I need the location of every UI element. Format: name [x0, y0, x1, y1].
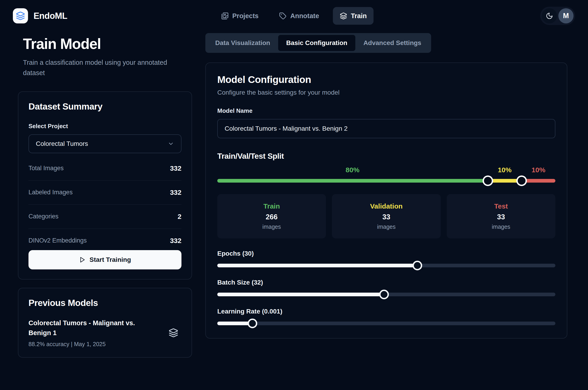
validation-unit: images	[334, 224, 438, 230]
project-select-value: Colorectal Tumors	[36, 140, 88, 147]
left-column: Train Model Train a classification model…	[18, 33, 192, 358]
app-logo	[13, 8, 28, 23]
learning-rate-slider-group: Learning Rate (0.001)	[217, 308, 555, 325]
learning-rate-slider-handle[interactable]	[247, 319, 257, 328]
moon-icon	[546, 12, 553, 19]
batch-size-slider-fill	[217, 292, 384, 296]
train-segment	[217, 179, 488, 183]
split-percent-labels: 80% 10% 10%	[217, 166, 555, 177]
right-column: Data Visualization Basic Configuration A…	[205, 33, 567, 339]
learning-rate-slider[interactable]	[217, 322, 555, 325]
page: EndoML Projects Annotate Train M	[0, 0, 588, 390]
epochs-label: Epochs (30)	[217, 250, 555, 257]
model-config-card: Model Configuration Configure the basic …	[205, 62, 567, 339]
previous-models-title: Previous Models	[29, 298, 182, 308]
learning-rate-slider-fill	[217, 322, 252, 325]
page-subtitle: Train a classification model using your …	[23, 57, 186, 78]
top-nav: EndoML Projects Annotate Train M	[0, 0, 588, 32]
stat-value: 332	[170, 189, 182, 196]
epochs-slider[interactable]	[217, 264, 555, 267]
previous-model-name: Colorectal Tumors - Malignant vs. Benign…	[29, 318, 148, 338]
test-percent-label: 10%	[532, 166, 545, 174]
split-heading: Train/Val/Test Split	[217, 151, 555, 160]
brand: EndoML	[13, 8, 67, 23]
batch-size-slider-group: Batch Size (32)	[217, 279, 555, 296]
train-val-test-split-slider: 80% 10% 10%	[217, 166, 555, 183]
model-name-label: Model Name	[217, 107, 555, 114]
tab-data-visualization[interactable]: Data Visualization	[207, 35, 278, 51]
project-select[interactable]: Colorectal Tumors	[29, 134, 182, 153]
previous-model-text: Colorectal Tumors - Malignant vs. Benign…	[29, 318, 148, 347]
dataset-summary-card: Dataset Summary Select Project Colorecta…	[18, 92, 192, 280]
main-content: Train Model Train a classification model…	[0, 32, 588, 358]
dataset-stats: Total Images 332 Labeled Images 332 Cate…	[29, 156, 182, 250]
play-icon	[79, 256, 86, 263]
batch-size-label: Batch Size (32)	[217, 279, 555, 286]
stat-row-labeled-images: Labeled Images 332	[29, 181, 182, 205]
previous-models-card: Previous Models Colorectal Tumors - Mali…	[18, 288, 192, 358]
batch-size-slider[interactable]	[217, 292, 555, 296]
stat-label: DINOv2 Embeddings	[29, 237, 87, 244]
previous-model-meta: 88.2% accuracy | May 1, 2025	[29, 341, 148, 347]
select-project-label: Select Project	[29, 123, 182, 130]
theme-toggle-button[interactable]	[542, 8, 557, 23]
validation-label: Validation	[334, 202, 438, 210]
tab-advanced-settings[interactable]: Advanced Settings	[355, 35, 429, 51]
dataset-summary-title: Dataset Summary	[29, 101, 182, 112]
app-title: EndoML	[34, 11, 67, 21]
train-label: Train	[220, 202, 324, 210]
stat-value: 332	[170, 164, 182, 172]
start-training-button[interactable]: Start Training	[29, 250, 182, 269]
stat-row-categories: Categories 2	[29, 205, 182, 229]
nav-train-label: Train	[351, 12, 367, 20]
batch-size-slider-handle[interactable]	[379, 290, 389, 299]
validation-count: 33	[334, 213, 438, 221]
tag-icon	[279, 12, 287, 19]
model-name-input[interactable]	[217, 119, 555, 138]
nav-projects-label: Projects	[232, 12, 258, 20]
validation-stat-box: Validation 33 images	[332, 194, 441, 239]
train-count: 266	[220, 213, 324, 221]
nav-annotate[interactable]: Annotate	[272, 7, 326, 25]
model-config-title: Model Configuration	[217, 74, 555, 85]
chevron-down-icon	[168, 141, 174, 147]
stat-value: 332	[170, 237, 182, 244]
split-handle-train-val[interactable]	[483, 176, 493, 186]
avatar[interactable]: M	[558, 8, 574, 23]
nav-annotate-label: Annotate	[290, 12, 319, 20]
stat-label: Categories	[29, 213, 58, 220]
test-unit: images	[449, 224, 553, 230]
main-nav: Projects Annotate Train	[214, 7, 374, 25]
split-track	[217, 179, 555, 183]
model-config-subtitle: Configure the basic settings for your mo…	[217, 89, 555, 96]
stat-label: Total Images	[29, 165, 64, 172]
test-label: Test	[449, 202, 553, 210]
learning-rate-label: Learning Rate (0.001)	[217, 308, 555, 315]
layers-icon	[169, 328, 178, 338]
tab-basic-configuration[interactable]: Basic Configuration	[278, 35, 355, 51]
nav-train[interactable]: Train	[333, 7, 374, 25]
stat-label: Labeled Images	[29, 189, 73, 196]
train-unit: images	[220, 224, 324, 230]
layers-icon	[340, 12, 347, 19]
header-controls: M	[540, 7, 575, 25]
split-handle-val-test[interactable]	[516, 176, 527, 186]
nav-projects[interactable]: Projects	[214, 7, 265, 25]
previous-model-item[interactable]: Colorectal Tumors - Malignant vs. Benign…	[29, 318, 182, 347]
test-count: 33	[449, 213, 553, 221]
train-stat-box: Train 266 images	[217, 194, 326, 239]
stat-row-dinov2-embeddings: DINOv2 Embeddings 332	[29, 229, 182, 250]
tab-bar: Data Visualization Basic Configuration A…	[205, 33, 431, 53]
test-stat-box: Test 33 images	[447, 194, 555, 239]
images-icon	[221, 12, 229, 19]
stat-row-total-images: Total Images 332	[29, 156, 182, 181]
layers-icon	[16, 11, 25, 20]
validation-percent-label: 10%	[498, 166, 511, 174]
epochs-slider-group: Epochs (30)	[217, 250, 555, 267]
epochs-slider-fill	[217, 264, 417, 267]
stat-value: 2	[178, 213, 182, 221]
start-training-label: Start Training	[90, 256, 131, 263]
train-percent-label: 80%	[346, 166, 359, 174]
epochs-slider-handle[interactable]	[412, 261, 422, 270]
split-stat-boxes: Train 266 images Validation 33 images Te…	[217, 194, 555, 239]
